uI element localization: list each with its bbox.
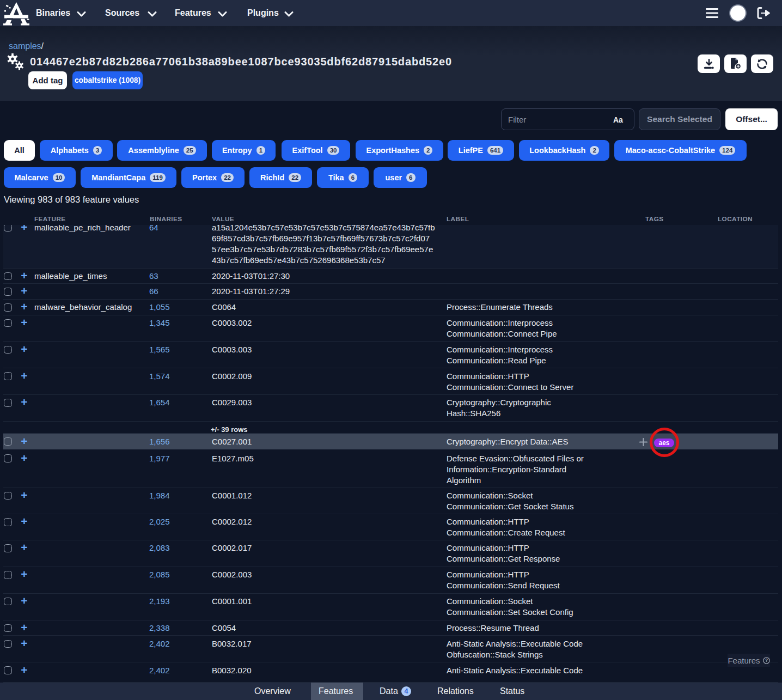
- svg-text:?: ?: [765, 658, 767, 663]
